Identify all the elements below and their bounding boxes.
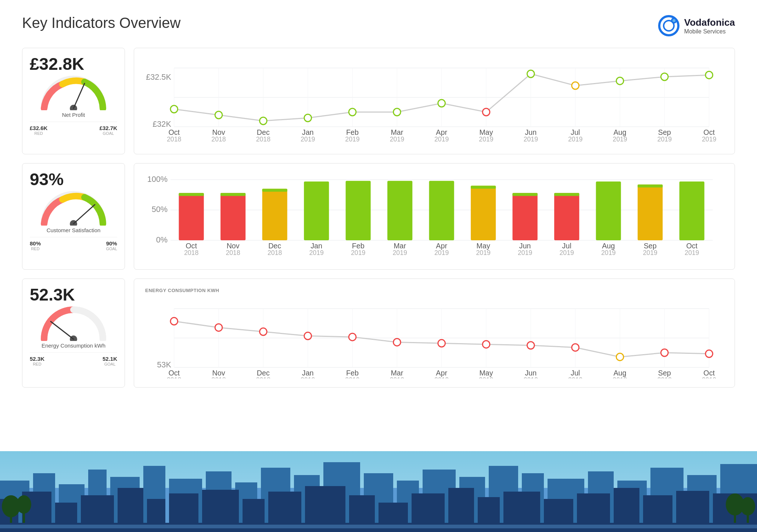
kpi-label-customer-sat: Customer Satisfaction: [47, 227, 101, 233]
svg-text:2019: 2019: [560, 249, 574, 256]
kpi-goal-val: £32.7K: [100, 125, 117, 131]
chart-card-energy: ENERGY CONSUMPTION KWH 53KOct2018Nov2018…: [134, 278, 735, 388]
svg-point-117: [70, 335, 77, 341]
svg-point-166: [616, 353, 624, 360]
svg-text:Mar: Mar: [391, 369, 403, 377]
svg-rect-111: [638, 184, 663, 187]
svg-text:2019: 2019: [613, 136, 627, 143]
kpi-goal-val-3: 52.1K: [103, 356, 117, 362]
svg-text:Dec: Dec: [257, 128, 270, 136]
svg-rect-114: [679, 181, 704, 240]
svg-text:2019: 2019: [518, 249, 532, 256]
svg-text:2018: 2018: [256, 376, 270, 378]
gauge-net-profit: [40, 75, 107, 110]
kpi-card-net-profit: £32.8K Net Profit: [22, 48, 125, 154]
kpi-label-energy: Energy Consumption kWh: [42, 342, 105, 349]
line-chart-net-profit: £32K£32.5KOct2018Nov2018Dec2018Jan2019Fe…: [145, 57, 724, 145]
svg-point-142: [260, 328, 267, 335]
svg-text:2019: 2019: [390, 376, 404, 378]
kpi-goal-lbl: GOAL: [103, 131, 114, 136]
gauge-svg-energy: [40, 306, 107, 341]
svg-line-5: [73, 83, 85, 108]
kpi-goal-val-2: 90%: [106, 240, 117, 247]
svg-rect-86: [346, 181, 371, 240]
svg-text:Jan: Jan: [311, 242, 322, 250]
svg-rect-107: [596, 181, 621, 240]
kpi-footer-goal-energy: 52.1K GOAL: [103, 356, 117, 366]
svg-text:Oct: Oct: [703, 369, 715, 377]
svg-text:Mar: Mar: [391, 128, 403, 136]
svg-text:2019: 2019: [434, 376, 449, 378]
kpi-red-val: £32.6K: [30, 125, 47, 131]
svg-text:2018: 2018: [184, 249, 198, 256]
svg-text:2018: 2018: [256, 136, 270, 143]
kpi-goal-lbl-2: GOAL: [106, 247, 117, 251]
svg-text:Nov: Nov: [212, 369, 225, 377]
svg-rect-233: [0, 525, 757, 528]
chart-title-energy: ENERGY CONSUMPTION KWH: [145, 288, 724, 293]
svg-text:50%: 50%: [152, 205, 168, 214]
svg-text:2019: 2019: [601, 249, 616, 256]
logo-brand: Vodafonica: [684, 17, 735, 28]
svg-text:2019: 2019: [702, 376, 716, 378]
svg-rect-99: [513, 193, 538, 240]
svg-point-163: [572, 344, 579, 351]
svg-text:2019: 2019: [479, 136, 493, 143]
svg-point-39: [394, 108, 401, 116]
svg-rect-80: [262, 189, 287, 192]
svg-text:Sep: Sep: [658, 369, 671, 377]
line-chart-energy: 53KOct2018Nov2018Dec2018Jan2019Feb2019Ma…: [145, 298, 724, 378]
skyline-svg: [0, 451, 757, 532]
svg-rect-76: [220, 193, 245, 196]
kpi-card-customer-sat: 93% Customer Satisfaction 80% RED: [22, 163, 125, 270]
kpi-footer-net-profit: £32.6K RED £32.7K GOAL: [30, 122, 117, 136]
svg-text:Jun: Jun: [525, 128, 537, 136]
svg-point-30: [260, 117, 267, 125]
kpi-footer-goal-customer-sat: 90% GOAL: [106, 240, 117, 251]
svg-text:Apr: Apr: [436, 242, 447, 250]
svg-text:2018: 2018: [211, 376, 226, 378]
logo-text: Vodafonica Mobile Services: [684, 17, 735, 35]
svg-point-45: [482, 108, 490, 116]
svg-text:Jan: Jan: [302, 128, 314, 136]
svg-point-54: [616, 77, 624, 85]
svg-text:Sep: Sep: [644, 242, 657, 250]
svg-text:2019: 2019: [524, 136, 538, 143]
svg-text:Jun: Jun: [519, 242, 531, 250]
svg-text:Oct: Oct: [168, 128, 180, 136]
svg-text:2019: 2019: [524, 376, 538, 378]
svg-text:2019: 2019: [434, 136, 449, 143]
svg-rect-96: [471, 186, 496, 189]
kpi-footer-red-energy: 52.3K RED: [30, 356, 44, 366]
kpi-label-net-profit: Net Profit: [62, 112, 85, 118]
gauge-svg-customer-sat: [40, 191, 107, 226]
svg-point-154: [438, 339, 445, 347]
svg-text:Jun: Jun: [525, 369, 537, 377]
svg-point-160: [527, 342, 534, 349]
svg-line-118: [51, 321, 73, 339]
svg-point-48: [527, 70, 534, 78]
bar-chart-customer-sat: 100%50%0%Oct2018Nov2018Dec2018Jan2019Feb…: [145, 172, 724, 260]
svg-text:Nov: Nov: [212, 128, 225, 136]
chart-card-customer-sat: 100%50%0%Oct2018Nov2018Dec2018Jan2019Feb…: [134, 163, 735, 270]
svg-text:2019: 2019: [301, 136, 315, 143]
svg-point-24: [171, 105, 178, 113]
svg-text:Aug: Aug: [613, 128, 626, 136]
svg-text:Mar: Mar: [394, 242, 406, 250]
svg-text:2018: 2018: [268, 249, 282, 256]
gauge-customer-sat: [40, 191, 107, 226]
svg-point-157: [482, 341, 490, 348]
header: Key Indicators Overview Vodafonica Mobil…: [22, 15, 735, 37]
svg-point-145: [304, 332, 312, 339]
kpi-footer-red-net-profit: £32.6K RED: [30, 125, 47, 136]
svg-text:£32K: £32K: [153, 119, 171, 129]
svg-text:2019: 2019: [392, 249, 407, 256]
kpi-footer-energy: 52.3K RED 52.1K GOAL: [30, 352, 117, 366]
svg-text:2019: 2019: [657, 376, 672, 378]
svg-text:Nov: Nov: [227, 242, 240, 250]
svg-rect-75: [220, 193, 245, 240]
row-net-profit: £32.8K Net Profit: [22, 48, 735, 154]
svg-text:Oct: Oct: [186, 242, 197, 250]
svg-text:Oct: Oct: [686, 242, 697, 250]
svg-rect-83: [304, 181, 329, 240]
